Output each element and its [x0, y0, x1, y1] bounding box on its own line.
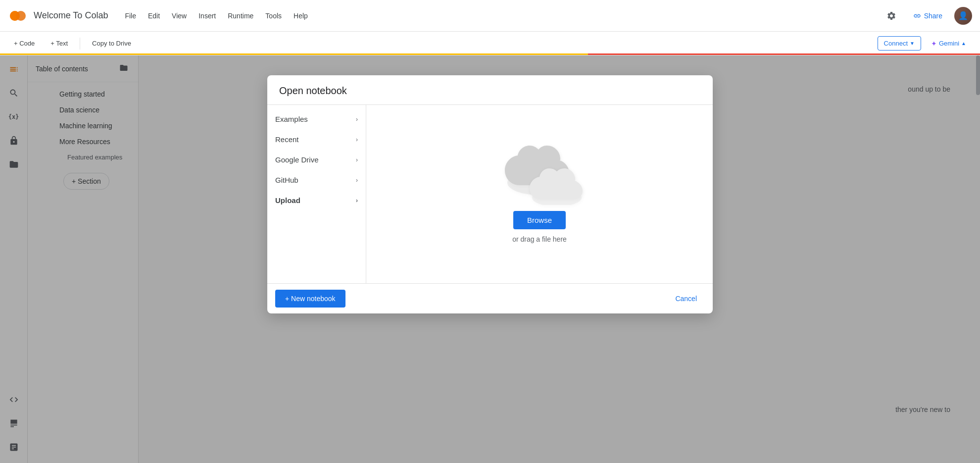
modal-nav-github[interactable]: GitHub ›: [267, 170, 366, 190]
chevron-icon: ›: [356, 197, 358, 204]
avatar[interactable]: 👤: [954, 7, 972, 25]
main-layout: {x}: [0, 55, 980, 463]
chevron-icon: ›: [356, 116, 358, 123]
settings-button[interactable]: [882, 6, 901, 26]
modal-header: Open notebook: [267, 75, 713, 105]
gemini-chevron-icon: ▲: [961, 41, 966, 46]
modal-left-nav: Examples › Recent › Google Drive › GitHu…: [267, 105, 366, 283]
connect-label: Connect: [884, 40, 908, 47]
modal-nav-google-drive[interactable]: Google Drive ›: [267, 150, 366, 170]
add-code-button[interactable]: + Code: [8, 37, 41, 50]
chevron-icon: ›: [356, 136, 358, 143]
share-label: Share: [924, 12, 942, 20]
share-button[interactable]: Share: [907, 8, 948, 24]
gemini-label: Gemini: [939, 40, 959, 47]
menu-runtime[interactable]: Runtime: [223, 9, 258, 23]
cloud-illustration: [505, 146, 574, 195]
browse-button[interactable]: Browse: [513, 211, 566, 229]
menu-edit[interactable]: Edit: [143, 9, 165, 23]
top-bar-right: Share 👤: [882, 6, 972, 26]
menu-file[interactable]: File: [120, 9, 141, 23]
copy-to-drive-button[interactable]: Copy to Drive: [86, 37, 137, 50]
modal-nav-examples[interactable]: Examples ›: [267, 109, 366, 129]
menu-tools[interactable]: Tools: [260, 9, 287, 23]
drag-text: or drag a file here: [512, 235, 567, 243]
app-logo[interactable]: [8, 6, 28, 26]
chevron-icon: ›: [356, 177, 358, 184]
menu-help[interactable]: Help: [289, 9, 313, 23]
modal-overlay: Open notebook Examples › Recent › Google…: [0, 55, 980, 463]
modal-upload-area: Browse or drag a file here: [366, 105, 713, 283]
cancel-button[interactable]: Cancel: [667, 290, 705, 308]
open-notebook-modal: Open notebook Examples › Recent › Google…: [267, 75, 713, 313]
modal-nav-upload[interactable]: Upload ›: [267, 190, 366, 210]
menu-insert[interactable]: Insert: [194, 9, 221, 23]
menu-bar: File Edit View Insert Runtime Tools Help: [120, 9, 312, 23]
connect-button[interactable]: Connect ▼: [878, 36, 921, 51]
modal-footer: + New notebook Cancel: [267, 283, 713, 313]
toolbar-separator: [80, 38, 80, 50]
avatar-image: 👤: [954, 7, 972, 25]
svg-point-2: [10, 11, 20, 21]
connect-chevron-icon: ▼: [910, 41, 915, 46]
gemini-button[interactable]: ✦ Gemini ▲: [925, 37, 972, 51]
gemini-star-icon: ✦: [931, 40, 937, 48]
top-bar: Welcome To Colab File Edit View Insert R…: [0, 0, 980, 32]
app-title: Welcome To Colab: [34, 10, 108, 21]
modal-title: Open notebook: [279, 85, 701, 97]
chevron-icon: ›: [356, 156, 358, 163]
toolbar: + Code + Text Copy to Drive Connect ▼ ✦ …: [0, 32, 980, 55]
add-text-button[interactable]: + Text: [45, 37, 74, 50]
new-notebook-button[interactable]: + New notebook: [275, 290, 345, 308]
modal-body: Examples › Recent › Google Drive › GitHu…: [267, 105, 713, 283]
modal-nav-recent[interactable]: Recent ›: [267, 129, 366, 150]
menu-view[interactable]: View: [167, 9, 192, 23]
progress-bar: [0, 53, 980, 55]
